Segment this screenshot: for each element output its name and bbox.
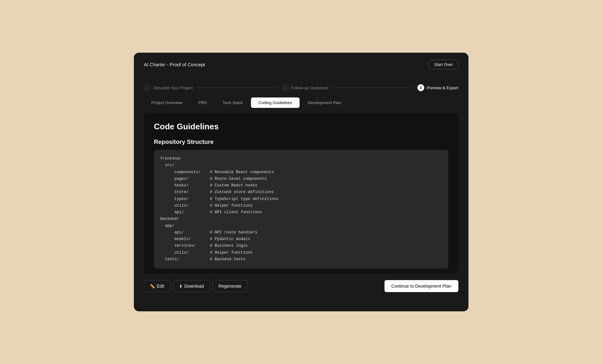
tabs: Project Overview PRD Tech Stack Coding G… (134, 97, 468, 108)
step-line-1 (197, 88, 278, 88)
step-2: 2 Follow-up Questions (282, 84, 329, 91)
header: AI Charter - Proof of Concept Start Over (134, 53, 468, 77)
page-title: Code Guidelines (154, 122, 448, 132)
download-icon: ⬇ (179, 284, 182, 289)
step-3-circle: 3 (417, 84, 424, 91)
app-title: AI Charter - Proof of Concept (144, 62, 205, 67)
footer: ✏️ Edit ⬇ Download Regenerate Continue t… (134, 274, 468, 298)
tab-coding-guidelines[interactable]: Coding Guidelines (251, 97, 300, 108)
start-over-button[interactable]: Start Over (429, 60, 458, 69)
edit-icon: ✏️ (150, 284, 155, 289)
step-1: 1 Describe Your Project (144, 84, 193, 91)
continue-button[interactable]: Continue to Development Plan (384, 280, 458, 292)
edit-button[interactable]: ✏️ Edit (144, 280, 170, 292)
code-content: frontend/ src/ components/ # Reusable Re… (160, 156, 442, 263)
tab-project-overview[interactable]: Project Overview (144, 97, 190, 108)
content-area[interactable]: Code Guidelines Repository Structure fro… (144, 113, 458, 274)
repo-structure-title: Repository Structure (154, 138, 448, 145)
step-line-2 (332, 88, 413, 88)
step-1-circle: 1 (144, 84, 151, 91)
regenerate-button[interactable]: Regenerate (212, 280, 247, 292)
footer-left-actions: ✏️ Edit ⬇ Download Regenerate (144, 280, 248, 292)
step-3-label: Preview & Export (427, 85, 458, 90)
step-2-circle: 2 (282, 84, 289, 91)
tab-tech-stack[interactable]: Tech Stack (215, 97, 250, 108)
step-1-label: Describe Your Project (153, 85, 193, 90)
tab-prd[interactable]: PRD (191, 97, 214, 108)
code-block: frontend/ src/ components/ # Reusable Re… (154, 150, 448, 268)
tab-development-plan[interactable]: Development Plan (300, 97, 349, 108)
stepper: 1 Describe Your Project 2 Follow-up Ques… (134, 77, 468, 97)
step-3: 3 Preview & Export (417, 84, 458, 91)
step-2-label: Follow-up Questions (291, 85, 329, 90)
app-window: AI Charter - Proof of Concept Start Over… (134, 53, 468, 311)
download-button[interactable]: ⬇ Download (173, 280, 210, 292)
